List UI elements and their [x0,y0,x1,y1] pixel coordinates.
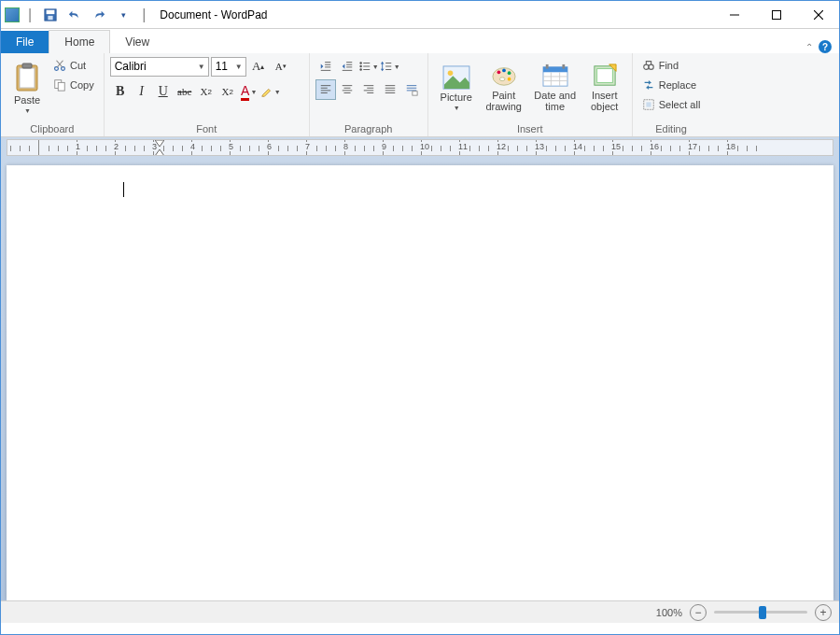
replace-icon [642,78,655,92]
document-page[interactable] [7,165,833,600]
underline-button[interactable]: U [153,81,174,102]
chevron-down-icon[interactable]: ▼ [195,63,208,71]
paragraph-dialog-button[interactable] [401,79,422,100]
group-clipboard: Paste ▼ Cut Copy Clipboard [1,53,105,136]
paste-button[interactable]: Paste ▼ [7,56,48,120]
group-paragraph: ▼ ▼ Paragraph [310,53,428,136]
svg-line-13 [57,61,63,67]
italic-button[interactable]: I [132,81,152,102]
find-button[interactable]: Find [638,56,705,75]
svg-point-10 [55,67,59,71]
qat-customize-button[interactable]: ▾ [113,5,133,25]
workspace: 321123456789101112131415161718 [1,137,839,600]
ribbon: Paste ▼ Cut Copy Clipboard [1,53,839,137]
chevron-down-icon: ▼ [24,107,31,114]
svg-rect-53 [413,92,417,95]
binoculars-icon [642,59,655,72]
increase-indent-button[interactable] [337,56,357,77]
zoom-slider-thumb[interactable] [759,606,766,619]
svg-rect-15 [58,82,64,91]
group-insert: Picture ▼ Paint drawing Date and time In… [428,53,633,136]
tab-file[interactable]: File [1,31,49,53]
font-size-input[interactable] [212,60,232,73]
svg-point-58 [502,69,506,73]
font-color-button[interactable]: A▼ [239,81,259,102]
svg-point-72 [643,64,648,69]
svg-rect-65 [562,64,565,69]
left-indent-marker[interactable] [155,149,164,156]
close-button[interactable] [797,1,839,29]
insert-object-button[interactable]: Insert object [583,56,626,120]
horizontal-ruler[interactable]: 321123456789101112131415161718 [7,139,833,156]
superscript-button[interactable]: X2 [217,81,238,102]
insert-datetime-button[interactable]: Date and time [529,56,581,120]
svg-point-25 [359,65,361,67]
svg-rect-1 [47,9,55,13]
align-left-button[interactable] [315,79,336,100]
maximize-button[interactable] [755,1,797,29]
insert-paint-button[interactable]: Paint drawing [481,56,527,120]
svg-point-26 [359,68,361,70]
grow-font-button[interactable]: A▴ [248,56,269,77]
svg-point-11 [62,67,65,71]
justify-button[interactable] [380,79,400,100]
clipboard-icon [14,63,40,92]
line-spacing-button[interactable]: ▼ [380,56,400,77]
zoom-slider[interactable] [714,611,807,614]
font-name-input[interactable] [111,60,195,73]
collapse-ribbon-button[interactable]: ⌃ [805,42,813,52]
svg-rect-8 [20,68,35,88]
svg-point-60 [507,78,511,81]
app-icon [5,7,20,22]
bold-button[interactable]: B [110,81,131,102]
minimize-button[interactable] [713,1,755,29]
select-all-button[interactable]: Select all [638,95,705,114]
svg-rect-9 [22,64,32,68]
svg-point-24 [359,62,361,64]
group-editing: Find Replace Select all Editing [633,53,710,136]
strikethrough-button[interactable]: abc [175,81,195,102]
title-bar: | ▾ | Document - WordPad [1,1,839,29]
svg-rect-64 [545,64,548,69]
replace-button[interactable]: Replace [638,76,705,94]
chevron-down-icon[interactable]: ▼ [232,63,245,71]
tab-view[interactable]: View [110,31,164,53]
cut-button[interactable]: Cut [49,56,98,75]
copy-icon [53,78,66,92]
svg-rect-75 [646,102,651,106]
svg-point-61 [499,78,505,81]
tab-home[interactable]: Home [49,30,110,53]
svg-line-12 [57,61,63,67]
zoom-in-button[interactable]: + [815,604,832,621]
align-center-button[interactable] [337,79,357,100]
scissors-icon [53,59,66,72]
svg-point-55 [447,70,453,76]
subscript-button[interactable]: X2 [196,81,217,102]
insert-picture-button[interactable]: Picture ▼ [434,56,479,120]
qat-redo-button[interactable] [89,5,109,25]
svg-rect-71 [596,69,612,83]
shrink-font-button[interactable]: A▾ [271,56,291,77]
align-right-button[interactable] [358,79,379,100]
bullets-button[interactable]: ▼ [358,56,379,77]
svg-rect-2 [49,15,53,19]
ribbon-tabs: File Home View ⌃ ? [1,29,839,53]
decrease-indent-button[interactable] [315,56,336,77]
first-line-indent-marker[interactable] [155,140,164,149]
svg-rect-4 [772,10,780,19]
window-title: Document - WordPad [154,8,713,21]
help-button[interactable]: ? [819,40,832,53]
svg-point-73 [649,64,653,69]
font-name-combo[interactable]: ▼ [110,57,209,77]
svg-point-57 [497,70,500,74]
qat-undo-button[interactable] [64,5,85,25]
group-font: ▼ ▼ A▴ A▾ B I U abc X2 X2 A▼ ▼ [105,53,310,136]
zoom-out-button[interactable]: − [690,604,707,621]
copy-button[interactable]: Copy [49,76,98,94]
font-size-combo[interactable]: ▼ [211,57,246,77]
select-all-icon [642,98,655,111]
qat-save-button[interactable] [40,5,61,25]
highlight-button[interactable]: ▼ [260,81,281,102]
text-cursor [123,182,124,197]
chevron-down-icon: ▼ [454,105,460,111]
